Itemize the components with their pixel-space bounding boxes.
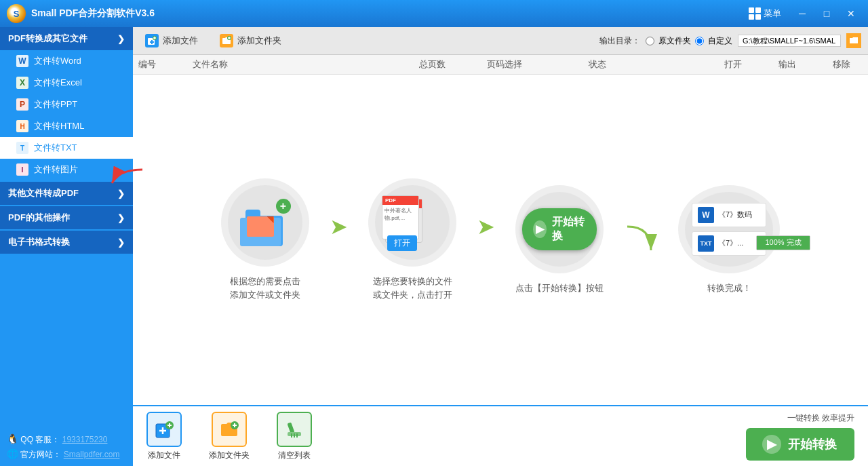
- window-controls: 菜单 ─ □ ✕: [749, 6, 861, 21]
- radio-original-label: 原文件夹: [658, 35, 691, 47]
- play-circle-icon: ▶: [533, 220, 547, 238]
- menu-button[interactable]: 菜单: [749, 7, 781, 20]
- website-label: 官方网站：: [20, 450, 61, 459]
- start-convert-button[interactable]: ▶ 开始转换: [746, 428, 854, 461]
- bottom-clear-btn[interactable]: 清空列表: [277, 412, 312, 461]
- bottom-add-folder-btn[interactable]: 添加文件夹: [209, 412, 250, 461]
- sidebar-item-word[interactable]: W 文件转Word: [0, 50, 133, 72]
- html-icon: H: [16, 120, 28, 132]
- qq-info: 🐧 QQ 客服： 1933175230: [7, 433, 126, 446]
- bottom-right-area: 一键转换 效率提升 ▶ 开始转换: [746, 412, 854, 461]
- diagram-step-4: W 《7》数码 TXT 《7》...: [678, 185, 780, 295]
- sidebar-item-image[interactable]: I 文件转图片: [0, 159, 133, 180]
- bottom-add-file-label: 添加文件: [148, 450, 180, 461]
- sidebar-section-header-ebook[interactable]: 电子书格式转换 ❯: [0, 231, 133, 254]
- main-panel: 添加文件 添加文件夹 输出目录：: [133, 27, 868, 466]
- result-file-2: TXT 《7》...: [692, 231, 766, 256]
- step1-circle: +: [221, 178, 309, 267]
- add-plus-icon: +: [276, 199, 291, 214]
- grid-icon: [749, 7, 761, 20]
- app-container: PDF转换成其它文件 ❯ W 文件转Word X 文件转Excel P 文件转P…: [0, 27, 868, 466]
- start-convert-circle-btn: ▶ 开始转换: [522, 208, 597, 250]
- progress-fill: 100% 完成: [757, 236, 810, 250]
- sidebar-section3-label: PDF的其他操作: [8, 212, 70, 224]
- output-path-input[interactable]: [738, 35, 841, 47]
- txt-result-icon: TXT: [698, 235, 714, 252]
- step2-inner: PDF PDF 中外著名人物.pdf,... 打开: [375, 185, 450, 260]
- website-link[interactable]: Smallpdfer.com: [64, 450, 120, 459]
- bottom-clear-label: 清空列表: [278, 450, 311, 461]
- radio-custom-label: 自定义: [708, 35, 732, 47]
- sidebar: PDF转换成其它文件 ❯ W 文件转Word X 文件转Excel P 文件转P…: [0, 27, 133, 466]
- step3-circle: ▶ 开始转换: [515, 185, 604, 273]
- bottom-clear-icon: [277, 412, 312, 447]
- maximize-button[interactable]: □: [816, 6, 837, 21]
- sidebar-item-ppt-label: 文件转PPT: [34, 98, 77, 111]
- output-label: 输出目录：: [599, 35, 640, 47]
- radio-custom-folder[interactable]: [695, 37, 704, 45]
- output-config: 输出目录： 原文件夹 自定义: [599, 33, 861, 48]
- chevron-right-icon-2: ❯: [117, 189, 125, 199]
- arrow-3: [624, 216, 658, 264]
- minimize-button[interactable]: ─: [792, 6, 812, 21]
- bottom-add-file-btn[interactable]: 添加文件: [146, 412, 182, 461]
- step4-inner: W 《7》数码 TXT 《7》...: [685, 192, 773, 267]
- menu-label: 菜单: [764, 7, 781, 20]
- col-header-output: 输出: [773, 58, 827, 71]
- sidebar-item-excel[interactable]: X 文件转Excel: [0, 72, 133, 94]
- col-header-open: 打开: [719, 58, 773, 71]
- bottom-add-folder-icon: [212, 412, 247, 447]
- chevron-right-icon-3: ❯: [117, 213, 125, 223]
- sidebar-item-txt[interactable]: T 文件转TXT: [0, 137, 133, 159]
- pdf-filename: 中外著名人物.pdf,...: [382, 205, 418, 224]
- open-file-button[interactable]: 打开: [387, 235, 417, 251]
- app-title: Small PDF合并分割软件V3.6: [31, 7, 749, 20]
- sidebar-item-html[interactable]: H 文件转HTML: [0, 115, 133, 137]
- step1-inner: +: [228, 185, 302, 260]
- close-button[interactable]: ✕: [841, 6, 861, 21]
- arrow-1: ➤: [330, 214, 348, 239]
- chevron-right-icon-4: ❯: [117, 237, 125, 248]
- excel-icon: X: [16, 77, 28, 89]
- start-play-icon: ▶: [762, 435, 781, 454]
- step1-label: 根据您的需要点击 添加文件或文件夹: [230, 275, 300, 301]
- browse-folder-button[interactable]: [846, 33, 861, 48]
- col-header-name: 文件名称: [187, 58, 414, 71]
- progress-bar: 100% 完成: [756, 235, 810, 250]
- sidebar-section2-label: 其他文件转成PDF: [8, 187, 79, 199]
- col-header-remove: 移除: [827, 58, 868, 71]
- sidebar-section-header-pdf-convert[interactable]: PDF转换成其它文件 ❯: [0, 27, 133, 50]
- ppt-icon: P: [16, 98, 28, 111]
- qq-link[interactable]: 1933175230: [62, 435, 108, 444]
- result-files: W 《7》数码 TXT 《7》...: [692, 203, 766, 256]
- step2-circle: PDF PDF 中外著名人物.pdf,... 打开: [368, 178, 456, 267]
- sidebar-section4-label: 电子书格式转换: [8, 236, 70, 248]
- sidebar-item-ppt[interactable]: P 文件转PPT: [0, 94, 133, 115]
- result-file-1-name: 《7》数码: [718, 210, 752, 220]
- diagram-step-3: ▶ 开始转换 点击【开始转换】按钮: [515, 185, 604, 295]
- word-result-icon: W: [698, 207, 714, 223]
- bottom-add-folder-label: 添加文件夹: [209, 450, 250, 461]
- promo-text: 一键转换 效率提升: [787, 412, 854, 424]
- file-corner: [267, 216, 274, 223]
- workflow-diagram: + 根据您的需要点击 添加文件或文件夹 ➤: [208, 165, 793, 315]
- pdf-file-front: PDF 中外著名人物.pdf,...: [382, 195, 419, 239]
- step2-label: 选择您要转换的文件 或文件夹，点击打开: [373, 275, 452, 301]
- add-folder-icon: [220, 34, 233, 47]
- chevron-down-icon: ❯: [117, 34, 125, 44]
- radio-original-folder[interactable]: [646, 37, 654, 45]
- sidebar-section-header-pdf-ops[interactable]: PDF的其他操作 ❯: [0, 206, 133, 229]
- start-convert-label: 开始转换: [788, 436, 837, 452]
- col-header-no: 编号: [133, 58, 187, 71]
- folder-tab: [245, 210, 260, 216]
- step4-circle: W 《7》数码 TXT 《7》...: [678, 185, 780, 273]
- sidebar-section-label: PDF转换成其它文件: [8, 33, 87, 45]
- sidebar-section-header-other-to-pdf[interactable]: 其他文件转成PDF ❯: [0, 182, 133, 205]
- step3-inner: ▶ 开始转换: [522, 192, 597, 267]
- result-file-2-container: TXT 《7》... 100% 完成: [692, 231, 766, 256]
- bottom-add-file-icon: [146, 412, 182, 447]
- pdf-label-front: PDF: [382, 196, 418, 205]
- image-icon: I: [16, 163, 28, 176]
- add-file-button[interactable]: 添加文件: [140, 31, 203, 50]
- add-folder-button[interactable]: 添加文件夹: [214, 31, 287, 50]
